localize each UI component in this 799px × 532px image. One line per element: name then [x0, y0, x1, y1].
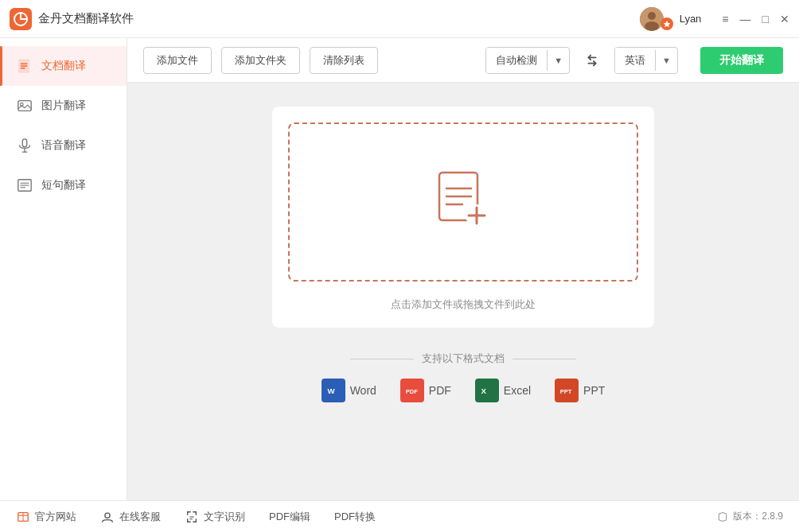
- footer-ocr[interactable]: 文字识别: [185, 510, 245, 524]
- footer-version: 版本：2.8.9: [717, 510, 783, 523]
- add-file-button[interactable]: 添加文件: [143, 47, 212, 74]
- window-controls: ≡ — □ ✕: [722, 14, 789, 25]
- clear-list-button[interactable]: 清除列表: [310, 47, 378, 74]
- sidebar-item-doc[interactable]: 文档翻译: [0, 46, 127, 86]
- target-language-selector[interactable]: 英语 ▼: [614, 47, 678, 74]
- start-translate-button[interactable]: 开始翻译: [700, 47, 783, 74]
- target-language-text: 英语: [615, 48, 655, 73]
- content-area: 添加文件 添加文件夹 清除列表 自动检测 ▼ 英语 ▼ 开始翻译: [127, 38, 799, 500]
- sidebar-item-sentence[interactable]: 短句翻译: [0, 165, 127, 205]
- drop-hint: 点击添加文件或拖拽文件到此处: [288, 297, 638, 312]
- footer-pdf-convert[interactable]: PDF转换: [334, 510, 376, 524]
- svg-point-3: [648, 12, 656, 20]
- svg-text:W: W: [327, 386, 335, 395]
- format-list: W Word PDF PDF: [322, 379, 606, 402]
- divider-right: [513, 359, 576, 359]
- app-title: 金丹文档翻译软件: [38, 11, 134, 26]
- formats-title: 支持以下格式文档: [422, 351, 505, 366]
- title-right: Lyan ≡ — □ ✕: [640, 7, 789, 31]
- drop-area[interactable]: [288, 122, 638, 282]
- main-layout: 文档翻译 图片翻译 语音翻译: [0, 38, 799, 500]
- svg-text:X: X: [481, 386, 486, 395]
- drop-zone[interactable]: 点击添加文件或拖拽文件到此处: [272, 107, 654, 328]
- source-language-text: 自动检测: [486, 48, 547, 73]
- formats-title-container: 支持以下格式文档: [322, 351, 606, 366]
- pdf-icon: PDF: [400, 379, 424, 402]
- title-left: 金丹文档翻译软件: [10, 8, 134, 30]
- excel-label: Excel: [504, 384, 531, 397]
- title-bar: 金丹文档翻译软件 Lyan ≡ — □ ✕: [0, 0, 799, 38]
- close-button[interactable]: ✕: [780, 14, 789, 25]
- voice-icon: [16, 137, 33, 154]
- app-logo: [10, 8, 32, 30]
- footer-website-label: 官方网站: [35, 510, 76, 524]
- sidebar-item-label: 语音翻译: [41, 138, 86, 153]
- word-label: Word: [350, 384, 376, 397]
- sidebar-item-voice[interactable]: 语音翻译: [0, 126, 127, 165]
- footer-pdf-edit-label: PDF编辑: [269, 510, 310, 524]
- footer-ocr-label: 文字识别: [204, 510, 245, 524]
- format-ppt: PPT PPT: [555, 379, 605, 402]
- version-text: 版本：2.8.9: [733, 510, 783, 523]
- svg-rect-10: [18, 101, 31, 111]
- svg-point-4: [645, 21, 659, 31]
- supported-formats: 支持以下格式文档 W Word: [322, 351, 606, 402]
- ppt-label: PPT: [583, 384, 605, 397]
- divider-left: [350, 359, 414, 359]
- sidebar: 文档翻译 图片翻译 语音翻译: [0, 38, 127, 500]
- footer-website[interactable]: 官方网站: [16, 510, 76, 524]
- word-icon: W: [322, 379, 345, 402]
- toolbar: 添加文件 添加文件夹 清除列表 自动检测 ▼ 英语 ▼ 开始翻译: [127, 38, 799, 83]
- drop-icon: [427, 166, 499, 238]
- sidebar-item-img[interactable]: 图片翻译: [0, 86, 127, 126]
- source-language-selector[interactable]: 自动检测 ▼: [485, 47, 570, 74]
- drop-zone-container: 点击添加文件或拖拽文件到此处 支持以下格式文档 W: [127, 83, 799, 500]
- ppt-icon: PPT: [555, 379, 579, 402]
- doc-icon: [16, 57, 33, 75]
- footer-pdf-edit[interactable]: PDF编辑: [269, 510, 310, 524]
- sidebar-item-label: 短句翻译: [41, 178, 86, 192]
- pdf-label: PDF: [429, 384, 451, 397]
- footer-service-label: 在线客服: [119, 510, 161, 524]
- sidebar-item-label: 图片翻译: [41, 99, 86, 113]
- footer-service[interactable]: 在线客服: [100, 510, 161, 524]
- menu-button[interactable]: ≡: [722, 14, 728, 25]
- target-language-arrow[interactable]: ▼: [655, 50, 677, 71]
- svg-rect-12: [22, 139, 26, 147]
- format-excel: X Excel: [475, 379, 531, 402]
- username: Lyan: [680, 13, 702, 25]
- maximize-button[interactable]: □: [762, 14, 769, 25]
- ocr-icon: [185, 510, 199, 524]
- source-language-arrow[interactable]: ▼: [547, 50, 569, 71]
- format-word: W Word: [322, 379, 376, 402]
- service-icon: [100, 510, 115, 524]
- svg-point-11: [21, 103, 24, 106]
- svg-marker-5: [663, 20, 669, 26]
- minimize-button[interactable]: —: [740, 14, 751, 25]
- svg-text:PPT: PPT: [560, 388, 572, 395]
- add-folder-button[interactable]: 添加文件夹: [221, 47, 300, 74]
- svg-text:PDF: PDF: [406, 388, 418, 395]
- sidebar-item-label: 文档翻译: [41, 59, 86, 73]
- svg-point-33: [105, 513, 110, 518]
- img-icon: [16, 97, 33, 115]
- sentence-icon: [16, 177, 33, 194]
- vip-badge: [661, 17, 673, 30]
- website-icon: [16, 510, 30, 524]
- user-avatar: [640, 7, 664, 31]
- footer-pdf-convert-label: PDF转换: [334, 510, 376, 524]
- excel-icon: X: [475, 379, 499, 402]
- footer: 官方网站 在线客服 文字识别 PDF编辑 PDF转换: [0, 500, 799, 532]
- swap-language-button[interactable]: [579, 48, 605, 73]
- format-pdf: PDF PDF: [400, 379, 451, 402]
